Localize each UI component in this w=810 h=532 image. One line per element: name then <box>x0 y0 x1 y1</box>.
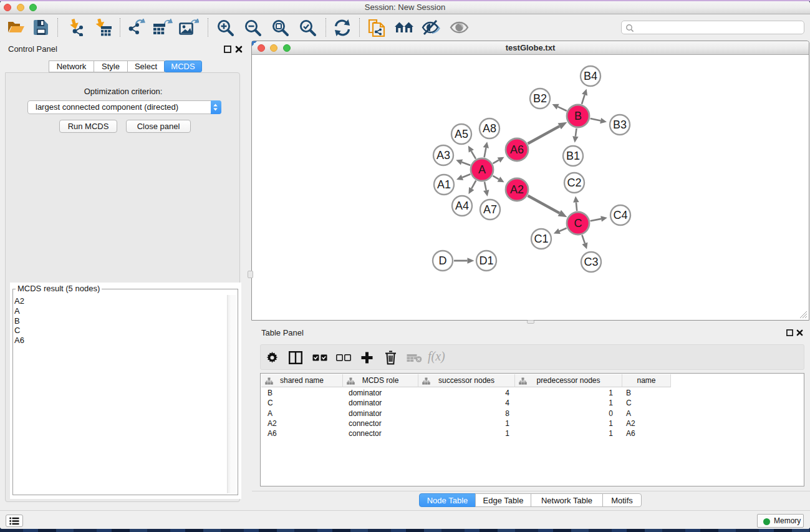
svg-text:A8: A8 <box>483 122 496 135</box>
svg-text:A6: A6 <box>510 143 524 156</box>
svg-text:A2: A2 <box>510 183 524 196</box>
svg-text:C: C <box>574 217 582 230</box>
svg-text:C3: C3 <box>584 256 598 268</box>
svg-text:A4: A4 <box>455 200 469 212</box>
svg-text:B4: B4 <box>584 70 597 82</box>
svg-text:A7: A7 <box>483 203 497 216</box>
svg-text:A3: A3 <box>436 149 450 162</box>
svg-text:D1: D1 <box>479 254 493 267</box>
svg-text:B2: B2 <box>533 92 547 105</box>
svg-text:A5: A5 <box>455 128 468 140</box>
svg-text:B1: B1 <box>566 150 580 162</box>
svg-text:A: A <box>478 163 486 176</box>
svg-text:C2: C2 <box>567 177 581 189</box>
svg-text:A1: A1 <box>437 178 451 191</box>
svg-text:C4: C4 <box>613 209 627 221</box>
svg-text:B: B <box>574 110 582 122</box>
svg-text:D: D <box>439 254 447 267</box>
svg-text:C1: C1 <box>534 233 548 245</box>
svg-text:B3: B3 <box>613 118 627 131</box>
